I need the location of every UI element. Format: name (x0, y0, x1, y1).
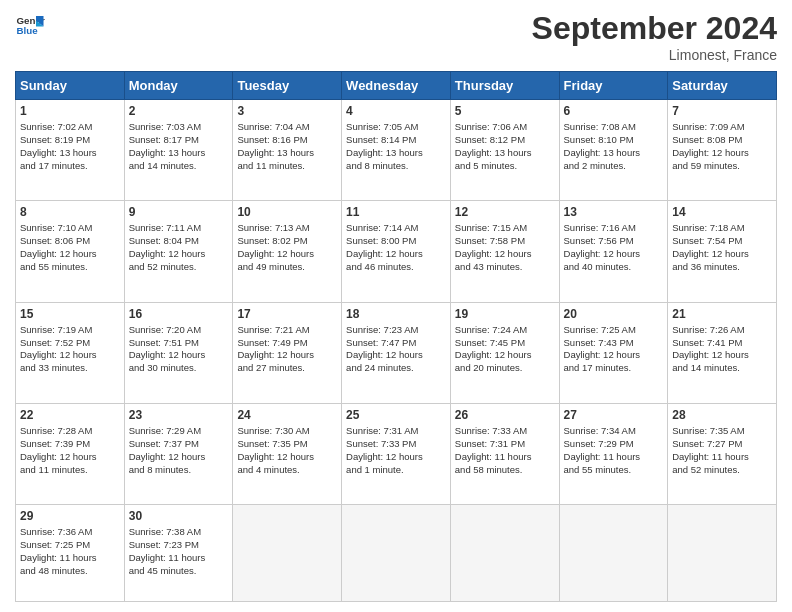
table-cell: 17Sunrise: 7:21 AMSunset: 7:49 PMDayligh… (233, 302, 342, 403)
col-friday: Friday (559, 72, 668, 100)
cell-detail: Sunrise: 7:20 AM (129, 324, 229, 337)
cell-detail: Daylight: 12 hours (20, 349, 120, 362)
cell-detail: Sunset: 8:06 PM (20, 235, 120, 248)
header: General Blue September 2024 Limonest, Fr… (15, 10, 777, 63)
cell-detail: Daylight: 11 hours (672, 451, 772, 464)
cell-detail: Sunset: 7:41 PM (672, 337, 772, 350)
cell-detail: and 55 minutes. (20, 261, 120, 274)
cell-detail: Sunset: 7:58 PM (455, 235, 555, 248)
cell-detail: Sunset: 7:31 PM (455, 438, 555, 451)
cell-detail: Sunrise: 7:26 AM (672, 324, 772, 337)
cell-detail: and 33 minutes. (20, 362, 120, 375)
col-thursday: Thursday (450, 72, 559, 100)
table-cell: 28Sunrise: 7:35 AMSunset: 7:27 PMDayligh… (668, 403, 777, 504)
day-number: 20 (564, 306, 664, 322)
cell-detail: and 8 minutes. (346, 160, 446, 173)
col-monday: Monday (124, 72, 233, 100)
table-cell: 22Sunrise: 7:28 AMSunset: 7:39 PMDayligh… (16, 403, 125, 504)
cell-detail: and 2 minutes. (564, 160, 664, 173)
day-number: 21 (672, 306, 772, 322)
calendar-table: Sunday Monday Tuesday Wednesday Thursday… (15, 71, 777, 602)
cell-detail: Sunset: 7:49 PM (237, 337, 337, 350)
cell-detail: Sunrise: 7:03 AM (129, 121, 229, 134)
cell-detail: Sunset: 7:29 PM (564, 438, 664, 451)
cell-detail: Daylight: 12 hours (672, 248, 772, 261)
table-cell: 11Sunrise: 7:14 AMSunset: 8:00 PMDayligh… (342, 201, 451, 302)
cell-detail: and 17 minutes. (20, 160, 120, 173)
location: Limonest, France (532, 47, 777, 63)
day-number: 23 (129, 407, 229, 423)
table-cell: 1Sunrise: 7:02 AMSunset: 8:19 PMDaylight… (16, 100, 125, 201)
table-cell: 26Sunrise: 7:33 AMSunset: 7:31 PMDayligh… (450, 403, 559, 504)
table-cell: 25Sunrise: 7:31 AMSunset: 7:33 PMDayligh… (342, 403, 451, 504)
day-number: 10 (237, 204, 337, 220)
cell-detail: Sunrise: 7:33 AM (455, 425, 555, 438)
table-cell: 2Sunrise: 7:03 AMSunset: 8:17 PMDaylight… (124, 100, 233, 201)
cell-detail: and 40 minutes. (564, 261, 664, 274)
calendar-row: 1Sunrise: 7:02 AMSunset: 8:19 PMDaylight… (16, 100, 777, 201)
svg-text:Blue: Blue (17, 25, 39, 36)
cell-detail: and 5 minutes. (455, 160, 555, 173)
day-number: 27 (564, 407, 664, 423)
cell-detail: and 17 minutes. (564, 362, 664, 375)
cell-detail: Sunrise: 7:30 AM (237, 425, 337, 438)
cell-detail: Sunrise: 7:05 AM (346, 121, 446, 134)
cell-detail: Daylight: 12 hours (346, 248, 446, 261)
day-number: 6 (564, 103, 664, 119)
cell-detail: Sunrise: 7:10 AM (20, 222, 120, 235)
table-cell: 9Sunrise: 7:11 AMSunset: 8:04 PMDaylight… (124, 201, 233, 302)
cell-detail: Sunrise: 7:08 AM (564, 121, 664, 134)
cell-detail: Daylight: 11 hours (20, 552, 120, 565)
table-cell: 4Sunrise: 7:05 AMSunset: 8:14 PMDaylight… (342, 100, 451, 201)
cell-detail: and 55 minutes. (564, 464, 664, 477)
cell-detail: Sunset: 7:37 PM (129, 438, 229, 451)
col-sunday: Sunday (16, 72, 125, 100)
table-cell (559, 505, 668, 602)
cell-detail: Daylight: 13 hours (346, 147, 446, 160)
day-number: 28 (672, 407, 772, 423)
day-number: 9 (129, 204, 229, 220)
day-number: 19 (455, 306, 555, 322)
page: General Blue September 2024 Limonest, Fr… (0, 0, 792, 612)
table-cell: 20Sunrise: 7:25 AMSunset: 7:43 PMDayligh… (559, 302, 668, 403)
day-number: 30 (129, 508, 229, 524)
cell-detail: and 11 minutes. (237, 160, 337, 173)
cell-detail: and 1 minute. (346, 464, 446, 477)
table-cell: 12Sunrise: 7:15 AMSunset: 7:58 PMDayligh… (450, 201, 559, 302)
day-number: 17 (237, 306, 337, 322)
cell-detail: Sunrise: 7:11 AM (129, 222, 229, 235)
day-number: 1 (20, 103, 120, 119)
table-cell (342, 505, 451, 602)
table-cell: 8Sunrise: 7:10 AMSunset: 8:06 PMDaylight… (16, 201, 125, 302)
day-number: 24 (237, 407, 337, 423)
cell-detail: Sunset: 7:35 PM (237, 438, 337, 451)
calendar-row: 29Sunrise: 7:36 AMSunset: 7:25 PMDayligh… (16, 505, 777, 602)
cell-detail: and 43 minutes. (455, 261, 555, 274)
cell-detail: Daylight: 12 hours (346, 349, 446, 362)
cell-detail: Daylight: 12 hours (672, 147, 772, 160)
table-cell: 24Sunrise: 7:30 AMSunset: 7:35 PMDayligh… (233, 403, 342, 504)
cell-detail: Daylight: 13 hours (455, 147, 555, 160)
cell-detail: Sunset: 7:45 PM (455, 337, 555, 350)
table-cell: 13Sunrise: 7:16 AMSunset: 7:56 PMDayligh… (559, 201, 668, 302)
cell-detail: Daylight: 12 hours (237, 248, 337, 261)
table-cell: 7Sunrise: 7:09 AMSunset: 8:08 PMDaylight… (668, 100, 777, 201)
cell-detail: Sunrise: 7:18 AM (672, 222, 772, 235)
cell-detail: and 52 minutes. (129, 261, 229, 274)
day-number: 11 (346, 204, 446, 220)
cell-detail: Sunrise: 7:13 AM (237, 222, 337, 235)
table-cell: 19Sunrise: 7:24 AMSunset: 7:45 PMDayligh… (450, 302, 559, 403)
cell-detail: Daylight: 12 hours (129, 451, 229, 464)
cell-detail: Daylight: 13 hours (129, 147, 229, 160)
cell-detail: Sunrise: 7:25 AM (564, 324, 664, 337)
day-number: 3 (237, 103, 337, 119)
cell-detail: and 27 minutes. (237, 362, 337, 375)
table-cell (668, 505, 777, 602)
col-saturday: Saturday (668, 72, 777, 100)
cell-detail: and 48 minutes. (20, 565, 120, 578)
table-cell: 29Sunrise: 7:36 AMSunset: 7:25 PMDayligh… (16, 505, 125, 602)
cell-detail: Daylight: 12 hours (564, 349, 664, 362)
cell-detail: Sunrise: 7:04 AM (237, 121, 337, 134)
col-wednesday: Wednesday (342, 72, 451, 100)
cell-detail: and 4 minutes. (237, 464, 337, 477)
